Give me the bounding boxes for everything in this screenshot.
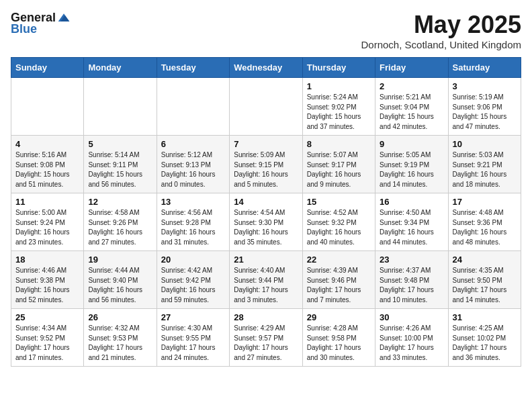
week-row-2: 4Sunrise: 5:16 AMSunset: 9:08 PMDaylight… [11,136,521,193]
day-cell: 6Sunrise: 5:12 AMSunset: 9:13 PMDaylight… [157,136,229,193]
day-number: 8 [307,139,371,149]
day-info: Sunrise: 5:14 AMSunset: 9:11 PMDaylight:… [88,150,152,189]
day-number: 25 [15,312,79,322]
day-cell: 3Sunrise: 5:19 AMSunset: 9:06 PMDaylight… [448,78,521,136]
day-cell [84,78,157,136]
day-cell [230,78,302,136]
day-info: Sunrise: 4:50 AMSunset: 9:34 PMDaylight:… [380,208,443,247]
calendar-table: SundayMondayTuesdayWednesdayThursdayFrid… [11,57,521,367]
day-cell: 13Sunrise: 4:56 AMSunset: 9:28 PMDayligh… [157,193,229,251]
day-number: 17 [453,197,517,207]
day-cell: 11Sunrise: 5:00 AMSunset: 9:24 PMDayligh… [11,193,84,251]
day-info: Sunrise: 5:05 AMSunset: 9:19 PMDaylight:… [380,150,443,189]
day-number: 5 [88,139,152,149]
day-info: Sunrise: 4:40 AMSunset: 9:44 PMDaylight:… [234,266,298,305]
day-cell: 17Sunrise: 4:48 AMSunset: 9:36 PMDayligh… [448,193,521,251]
calendar-location: Dornoch, Scotland, United Kingdom [361,39,521,50]
logo: General Blue [11,11,71,36]
day-cell [157,78,229,136]
day-number: 1 [307,81,371,91]
day-number: 13 [161,197,225,207]
day-info: Sunrise: 4:46 AMSunset: 9:38 PMDaylight:… [15,266,79,305]
day-cell: 7Sunrise: 5:09 AMSunset: 9:15 PMDaylight… [230,136,302,193]
day-cell: 22Sunrise: 4:39 AMSunset: 9:46 PMDayligh… [302,251,375,309]
title-block: May 2025 Dornoch, Scotland, United Kingd… [361,11,521,50]
day-cell: 23Sunrise: 4:37 AMSunset: 9:48 PMDayligh… [375,251,448,309]
day-number: 3 [453,81,517,91]
col-header-saturday: Saturday [448,58,521,78]
day-info: Sunrise: 5:19 AMSunset: 9:06 PMDaylight:… [453,93,517,132]
day-info: Sunrise: 4:48 AMSunset: 9:36 PMDaylight:… [453,208,517,247]
day-number: 10 [453,139,517,149]
day-cell: 12Sunrise: 4:58 AMSunset: 9:26 PMDayligh… [84,193,157,251]
day-cell: 28Sunrise: 4:29 AMSunset: 9:57 PMDayligh… [230,309,302,367]
day-number: 31 [453,312,517,322]
day-info: Sunrise: 4:32 AMSunset: 9:53 PMDaylight:… [88,324,152,363]
week-row-5: 25Sunrise: 4:34 AMSunset: 9:52 PMDayligh… [11,309,521,367]
day-cell: 5Sunrise: 5:14 AMSunset: 9:11 PMDaylight… [84,136,157,193]
day-number: 24 [453,255,517,265]
day-info: Sunrise: 4:34 AMSunset: 9:52 PMDaylight:… [15,324,79,363]
day-info: Sunrise: 4:25 AMSunset: 10:02 PMDaylight… [453,324,517,363]
day-info: Sunrise: 4:44 AMSunset: 9:40 PMDaylight:… [88,266,152,305]
day-info: Sunrise: 4:29 AMSunset: 9:57 PMDaylight:… [234,324,298,363]
day-cell: 2Sunrise: 5:21 AMSunset: 9:04 PMDaylight… [375,78,448,136]
day-info: Sunrise: 4:28 AMSunset: 9:58 PMDaylight:… [307,324,371,363]
day-number: 18 [15,255,79,265]
day-number: 26 [88,312,152,322]
col-header-friday: Friday [375,58,448,78]
day-cell: 15Sunrise: 4:52 AMSunset: 9:32 PMDayligh… [302,193,375,251]
day-cell: 20Sunrise: 4:42 AMSunset: 9:42 PMDayligh… [157,251,229,309]
day-number: 19 [88,255,152,265]
day-cell: 9Sunrise: 5:05 AMSunset: 9:19 PMDaylight… [375,136,448,193]
day-info: Sunrise: 5:07 AMSunset: 9:17 PMDaylight:… [307,150,371,189]
day-info: Sunrise: 5:09 AMSunset: 9:15 PMDaylight:… [234,150,298,189]
day-number: 30 [380,312,443,322]
day-info: Sunrise: 4:39 AMSunset: 9:46 PMDaylight:… [307,266,371,305]
day-number: 4 [15,139,79,149]
day-info: Sunrise: 4:42 AMSunset: 9:42 PMDaylight:… [161,266,225,305]
day-number: 23 [380,255,443,265]
day-cell: 21Sunrise: 4:40 AMSunset: 9:44 PMDayligh… [230,251,302,309]
day-cell: 30Sunrise: 4:26 AMSunset: 10:00 PMDaylig… [375,309,448,367]
day-cell: 18Sunrise: 4:46 AMSunset: 9:38 PMDayligh… [11,251,84,309]
col-header-tuesday: Tuesday [157,58,229,78]
day-info: Sunrise: 4:37 AMSunset: 9:48 PMDaylight:… [380,266,443,305]
logo-icon [57,11,71,25]
day-number: 20 [161,255,225,265]
day-info: Sunrise: 5:03 AMSunset: 9:21 PMDaylight:… [453,150,517,189]
day-info: Sunrise: 4:30 AMSunset: 9:55 PMDaylight:… [161,324,225,363]
col-header-wednesday: Wednesday [230,58,302,78]
day-number: 28 [234,312,298,322]
week-row-1: 1Sunrise: 5:24 AMSunset: 9:02 PMDaylight… [11,78,521,136]
day-cell: 31Sunrise: 4:25 AMSunset: 10:02 PMDaylig… [448,309,521,367]
day-number: 6 [161,139,225,149]
day-info: Sunrise: 5:12 AMSunset: 9:13 PMDaylight:… [161,150,225,189]
day-info: Sunrise: 4:26 AMSunset: 10:00 PMDaylight… [380,324,443,363]
day-number: 27 [161,312,225,322]
day-number: 15 [307,197,371,207]
day-number: 21 [234,255,298,265]
day-number: 29 [307,312,371,322]
header-row: SundayMondayTuesdayWednesdayThursdayFrid… [11,58,521,78]
day-cell [11,78,84,136]
day-info: Sunrise: 4:56 AMSunset: 9:28 PMDaylight:… [161,208,225,247]
day-cell: 14Sunrise: 4:54 AMSunset: 9:30 PMDayligh… [230,193,302,251]
day-number: 16 [380,197,443,207]
day-cell: 24Sunrise: 4:35 AMSunset: 9:50 PMDayligh… [448,251,521,309]
col-header-sunday: Sunday [11,58,84,78]
day-cell: 27Sunrise: 4:30 AMSunset: 9:55 PMDayligh… [157,309,229,367]
day-cell: 25Sunrise: 4:34 AMSunset: 9:52 PMDayligh… [11,309,84,367]
day-info: Sunrise: 4:35 AMSunset: 9:50 PMDaylight:… [453,266,517,305]
day-number: 11 [15,197,79,207]
day-info: Sunrise: 5:16 AMSunset: 9:08 PMDaylight:… [15,150,79,189]
day-info: Sunrise: 5:21 AMSunset: 9:04 PMDaylight:… [380,93,443,132]
day-info: Sunrise: 4:54 AMSunset: 9:30 PMDaylight:… [234,208,298,247]
day-cell: 26Sunrise: 4:32 AMSunset: 9:53 PMDayligh… [84,309,157,367]
day-number: 7 [234,139,298,149]
day-info: Sunrise: 5:24 AMSunset: 9:02 PMDaylight:… [307,93,371,132]
logo-blue: Blue [11,22,37,36]
day-cell: 10Sunrise: 5:03 AMSunset: 9:21 PMDayligh… [448,136,521,193]
col-header-monday: Monday [84,58,157,78]
week-row-3: 11Sunrise: 5:00 AMSunset: 9:24 PMDayligh… [11,193,521,251]
